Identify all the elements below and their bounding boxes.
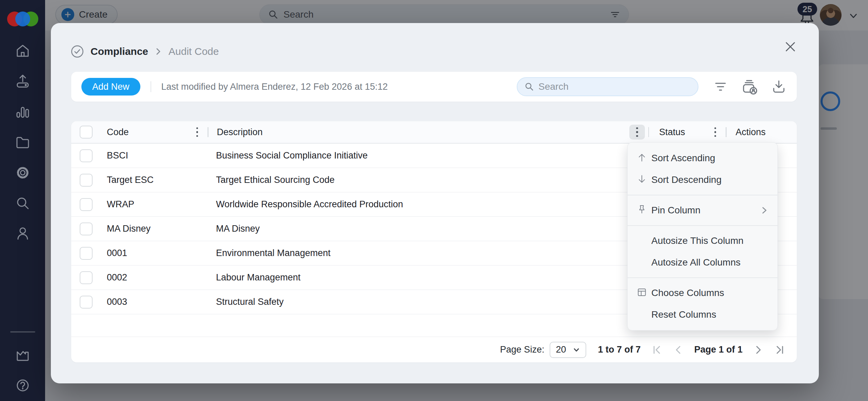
table-header: Code Description Status Actions	[71, 121, 797, 144]
row-code: Target ESC	[107, 175, 154, 185]
menu-item-autosize-this-column[interactable]: Autosize This Column	[628, 230, 777, 252]
row-code: 0001	[107, 248, 127, 258]
toolbar-divider	[151, 81, 151, 92]
gear-icon	[15, 165, 31, 181]
row-code: 0003	[107, 297, 127, 307]
breadcrumb: Compliance Audit Code	[70, 44, 219, 59]
download-icon	[771, 79, 787, 94]
sidebar-item-profile[interactable]	[15, 226, 31, 242]
menu-divider	[628, 225, 777, 226]
menu-item-sort-descending[interactable]: Sort Descending	[628, 169, 777, 191]
chevron-right-icon	[753, 344, 764, 356]
bar-chart-icon	[15, 104, 31, 120]
page-size-label: Page Size:	[500, 344, 545, 355]
sidebar-item-search[interactable]	[15, 195, 31, 211]
table-search-input[interactable]	[538, 81, 691, 92]
folder-icon	[15, 134, 31, 150]
row-range-text: 1 to 7 of 7	[598, 344, 640, 355]
close-icon	[784, 40, 797, 54]
pagination-bar: Page Size: 20 1 to 7 of 7 Page 1 of 1	[71, 337, 797, 362]
page-indicator-text: Page 1 of 1	[694, 344, 743, 355]
search-icon	[15, 195, 31, 211]
first-page-icon	[651, 344, 662, 356]
next-page-button[interactable]	[753, 344, 764, 356]
row-checkbox[interactable]	[80, 271, 93, 284]
sidebar-item-factory[interactable]	[15, 347, 31, 363]
toolbar-icons	[713, 79, 787, 94]
pin-icon	[636, 204, 651, 216]
search-icon	[524, 82, 534, 92]
menu-item-sort-ascending[interactable]: Sort Ascending	[628, 147, 777, 169]
row-description: Structural Safety	[216, 297, 284, 307]
row-code: MA Disney	[107, 224, 151, 234]
audit-code-modal: Compliance Audit Code Add New Last modif…	[51, 23, 819, 383]
menu-item-reset-columns[interactable]: Reset Columns	[628, 304, 777, 325]
row-checkbox[interactable]	[80, 296, 93, 309]
page-size-select[interactable]: 20	[550, 342, 586, 358]
sidebar-item-upload[interactable]	[15, 73, 31, 89]
arrow-up-icon	[636, 152, 651, 164]
column-header-description[interactable]: Description	[217, 127, 263, 138]
chevron-down-icon	[573, 346, 580, 354]
close-button[interactable]	[782, 38, 799, 56]
factory-icon	[15, 347, 31, 363]
add-new-button[interactable]: Add New	[81, 78, 140, 96]
breadcrumb-section[interactable]: Compliance	[91, 46, 148, 57]
sidebar-item-help[interactable]	[15, 377, 31, 394]
arrow-down-icon	[636, 174, 651, 186]
sidebar-item-files[interactable]	[15, 134, 31, 150]
help-icon	[15, 377, 31, 394]
chevron-left-icon	[672, 344, 684, 356]
check-circle-icon	[70, 44, 84, 59]
menu-divider	[628, 195, 777, 195]
row-code: 0002	[107, 272, 127, 283]
modal-toolbar: Add New Last modified by Almera Enderez,…	[71, 72, 797, 102]
description-column-menu-icon[interactable]	[629, 125, 645, 140]
code-column-menu-icon[interactable]	[194, 125, 200, 139]
row-code: WRAP	[107, 199, 134, 210]
column-header-actions: Actions	[736, 127, 766, 138]
last-page-icon	[774, 344, 786, 356]
chevron-right-icon	[760, 206, 769, 215]
record-history-icon	[742, 79, 757, 94]
sidebar-item-settings[interactable]	[15, 165, 31, 181]
row-code: BSCI	[107, 150, 128, 161]
column-header-code[interactable]: Code	[107, 127, 129, 138]
previous-page-button[interactable]	[672, 344, 684, 356]
row-description: Environmental Management	[216, 248, 331, 258]
home-icon	[15, 43, 31, 59]
row-checkbox[interactable]	[80, 247, 93, 260]
row-checkbox[interactable]	[80, 149, 93, 162]
row-checkbox[interactable]	[80, 198, 93, 211]
table-search[interactable]	[517, 77, 698, 96]
download-button[interactable]	[771, 79, 787, 94]
filter-button[interactable]	[713, 79, 728, 94]
menu-item-pin-column[interactable]: Pin Column	[628, 199, 777, 221]
sidebar-divider	[10, 331, 35, 333]
filter-icon	[713, 79, 728, 94]
status-column-menu-icon[interactable]	[712, 125, 718, 139]
page-size-value: 20	[556, 344, 566, 355]
record-history-button[interactable]	[742, 79, 757, 94]
sidebar-item-home[interactable]	[15, 43, 31, 59]
sidebar-item-analytics[interactable]	[15, 104, 31, 120]
columns-icon	[636, 287, 651, 299]
user-icon	[15, 226, 31, 242]
select-all-checkbox[interactable]	[80, 126, 93, 139]
row-description: Labour Management	[216, 272, 300, 283]
screen: Create 25 Compliance Audit Code	[0, 0, 868, 401]
menu-item-autosize-all-columns[interactable]: Autosize All Columns	[628, 252, 777, 273]
breadcrumb-page: Audit Code	[169, 46, 219, 57]
first-page-button[interactable]	[651, 344, 662, 356]
row-description: MA Disney	[216, 224, 260, 234]
last-page-button[interactable]	[774, 344, 786, 356]
chevron-right-icon	[154, 47, 162, 56]
last-modified-text: Last modified by Almera Enderez, 12 Feb …	[161, 82, 388, 92]
row-description: Business Social Compliance Initiative	[216, 150, 368, 161]
row-checkbox[interactable]	[80, 223, 93, 235]
sidebar	[0, 0, 45, 401]
menu-item-choose-columns[interactable]: Choose Columns	[628, 282, 777, 304]
column-header-status[interactable]: Status	[659, 127, 685, 138]
row-checkbox[interactable]	[80, 174, 93, 187]
upload-icon	[15, 73, 31, 89]
